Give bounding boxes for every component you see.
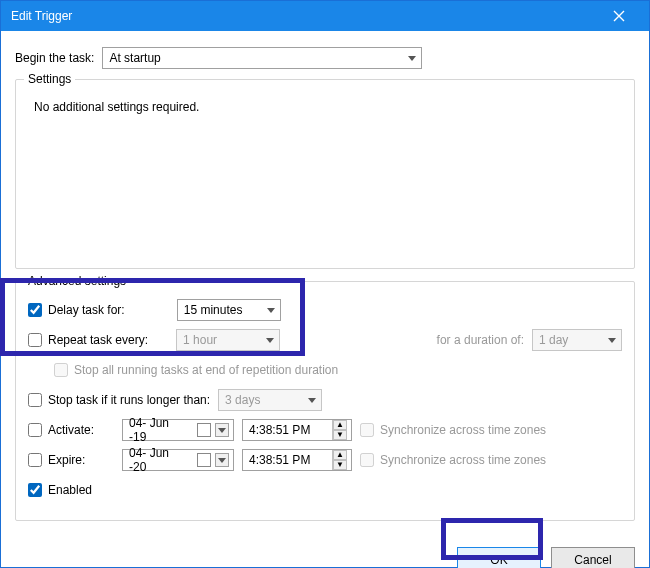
expire-sync-checkbox bbox=[360, 453, 374, 467]
titlebar[interactable]: Edit Trigger bbox=[1, 1, 649, 31]
expire-sync-label: Synchronize across time zones bbox=[380, 453, 546, 467]
expire-time-value: 4:38:51 PM bbox=[249, 453, 310, 467]
expire-label: Expire: bbox=[48, 453, 85, 467]
activate-time-input[interactable]: 4:38:51 PM ▲ ▼ bbox=[242, 419, 352, 441]
close-icon[interactable] bbox=[599, 1, 639, 31]
activate-label: Activate: bbox=[48, 423, 94, 437]
chevron-down-icon bbox=[262, 300, 280, 320]
chevron-down-icon[interactable] bbox=[215, 423, 229, 437]
repeat-interval-value: 1 hour bbox=[183, 333, 217, 347]
repeat-label: Repeat task every: bbox=[48, 333, 148, 347]
chevron-down-icon bbox=[403, 48, 421, 68]
expire-date-input[interactable]: 04- Jun -20 bbox=[122, 449, 234, 471]
expire-date-value: 04- Jun -20 bbox=[129, 446, 189, 474]
edit-trigger-dialog: Edit Trigger Begin the task: At startup … bbox=[0, 0, 650, 568]
repeat-duration-label: for a duration of: bbox=[437, 333, 524, 347]
stop-repetition-label: Stop all running tasks at end of repetit… bbox=[74, 363, 338, 377]
activate-date-input[interactable]: 04- Jun -19 bbox=[122, 419, 234, 441]
calendar-icon bbox=[197, 423, 211, 437]
settings-group: Settings No additional settings required… bbox=[15, 79, 635, 269]
activate-sync-label: Synchronize across time zones bbox=[380, 423, 546, 437]
delay-duration-value: 15 minutes bbox=[184, 303, 243, 317]
stop-repetition-checkbox bbox=[54, 363, 68, 377]
repeat-checkbox[interactable] bbox=[28, 333, 42, 347]
advanced-legend: Advanced settings bbox=[24, 274, 130, 288]
stop-longer-row: Stop task if it runs longer than: 3 days bbox=[28, 388, 622, 412]
cancel-button[interactable]: Cancel bbox=[551, 547, 635, 568]
enabled-checkbox[interactable] bbox=[28, 483, 42, 497]
spin-down-icon[interactable]: ▼ bbox=[333, 460, 347, 470]
repeat-row: Repeat task every: 1 hour for a duration… bbox=[28, 328, 622, 352]
time-spinner[interactable]: ▲ ▼ bbox=[332, 450, 347, 470]
enabled-label: Enabled bbox=[48, 483, 92, 497]
activate-sync-checkbox bbox=[360, 423, 374, 437]
activate-time-value: 4:38:51 PM bbox=[249, 423, 310, 437]
expire-time-input[interactable]: 4:38:51 PM ▲ ▼ bbox=[242, 449, 352, 471]
spin-down-icon[interactable]: ▼ bbox=[333, 430, 347, 440]
delay-label: Delay task for: bbox=[48, 303, 125, 317]
begin-task-row: Begin the task: At startup bbox=[15, 47, 635, 69]
expire-row: Expire: 04- Jun -20 4:38:51 PM ▲ ▼ bbox=[28, 448, 622, 472]
spin-up-icon[interactable]: ▲ bbox=[333, 450, 347, 460]
begin-task-value: At startup bbox=[109, 51, 160, 65]
chevron-down-icon bbox=[261, 330, 279, 350]
stop-longer-select: 3 days bbox=[218, 389, 322, 411]
delay-checkbox[interactable] bbox=[28, 303, 42, 317]
repeat-duration-value: 1 day bbox=[539, 333, 568, 347]
spin-up-icon[interactable]: ▲ bbox=[333, 420, 347, 430]
repeat-duration-select: 1 day bbox=[532, 329, 622, 351]
activate-checkbox[interactable] bbox=[28, 423, 42, 437]
repeat-interval-select: 1 hour bbox=[176, 329, 280, 351]
chevron-down-icon bbox=[603, 330, 621, 350]
calendar-icon bbox=[197, 453, 211, 467]
settings-legend: Settings bbox=[24, 72, 75, 86]
expire-checkbox[interactable] bbox=[28, 453, 42, 467]
stop-longer-checkbox[interactable] bbox=[28, 393, 42, 407]
ok-button[interactable]: OK bbox=[457, 547, 541, 568]
window-title: Edit Trigger bbox=[11, 9, 599, 23]
enabled-row: Enabled bbox=[28, 478, 622, 502]
delay-row: Delay task for: 15 minutes bbox=[28, 298, 622, 322]
chevron-down-icon[interactable] bbox=[215, 453, 229, 467]
dialog-content: Begin the task: At startup Settings No a… bbox=[1, 31, 649, 539]
dialog-footer: OK Cancel bbox=[1, 539, 649, 568]
stop-longer-value: 3 days bbox=[225, 393, 260, 407]
begin-task-select[interactable]: At startup bbox=[102, 47, 422, 69]
time-spinner[interactable]: ▲ ▼ bbox=[332, 420, 347, 440]
activate-row: Activate: 04- Jun -19 4:38:51 PM ▲ ▼ bbox=[28, 418, 622, 442]
advanced-settings-group: Advanced settings Delay task for: 15 min… bbox=[15, 281, 635, 521]
no-additional-settings-text: No additional settings required. bbox=[34, 100, 622, 114]
begin-task-label: Begin the task: bbox=[15, 51, 94, 65]
stop-repetition-row: Stop all running tasks at end of repetit… bbox=[54, 358, 622, 382]
chevron-down-icon bbox=[303, 390, 321, 410]
delay-duration-select[interactable]: 15 minutes bbox=[177, 299, 281, 321]
activate-date-value: 04- Jun -19 bbox=[129, 416, 189, 444]
stop-longer-label: Stop task if it runs longer than: bbox=[48, 393, 210, 407]
